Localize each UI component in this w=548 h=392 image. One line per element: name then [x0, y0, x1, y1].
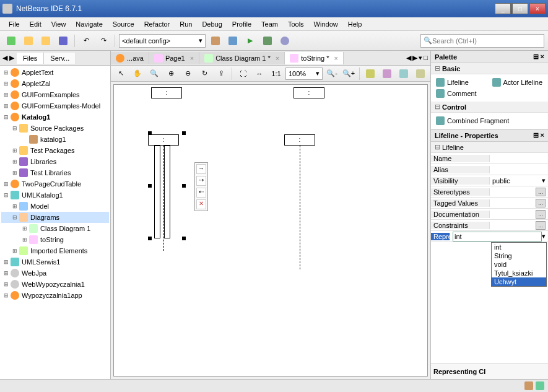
expand-icon[interactable]: ⊞: [2, 69, 10, 76]
editor-tab[interactable]: Class Diagram 1 *×: [199, 52, 285, 64]
expand-icon[interactable]: ⊟: [2, 114, 10, 120]
search-input[interactable]: [432, 37, 541, 45]
tree-node[interactable]: ⊞Wypozyczalnia1app: [1, 290, 109, 301]
zoom-in-tool[interactable]: 🔍+: [341, 66, 356, 81]
palette-group-header[interactable]: ⊟Basic: [431, 63, 548, 74]
undo-button[interactable]: ↶: [79, 33, 94, 48]
property-edit-button[interactable]: ...: [536, 188, 546, 196]
palette-group-header[interactable]: ⊟Control: [431, 102, 548, 113]
selection-handle[interactable]: [148, 237, 152, 240]
expand-icon[interactable]: ⊞: [11, 248, 19, 254]
property-row[interactable]: Documentation...: [431, 209, 548, 220]
tree-node[interactable]: ⊞toString: [1, 234, 109, 245]
palette-controls[interactable]: ⊞ ×: [533, 53, 544, 61]
zoom-in-button[interactable]: ⊕: [163, 66, 178, 81]
lifeline-head[interactable]: :: [284, 134, 315, 146]
tree-node[interactable]: ⊞Test Libraries: [1, 167, 109, 178]
lifeline-head[interactable]: :: [148, 134, 179, 146]
lifeline-header[interactable]: :: [151, 87, 182, 98]
build-button[interactable]: [208, 33, 223, 48]
expand-icon[interactable]: ⊞: [11, 159, 19, 165]
tree-node[interactable]: ⊞UMLSerwis1: [1, 256, 109, 268]
lifeline[interactable]: :: [284, 134, 315, 269]
open-button[interactable]: [38, 33, 53, 48]
lifeline-header[interactable]: :: [294, 87, 324, 98]
chevron-down-icon[interactable]: ▾: [542, 232, 546, 240]
delete-icon[interactable]: ✕: [196, 199, 206, 209]
property-row[interactable]: Representing Clas▾: [431, 231, 548, 242]
expand-icon[interactable]: ⊞: [2, 103, 10, 109]
expand-icon[interactable]: ⊞: [2, 270, 10, 276]
dropdown-option[interactable]: String: [492, 251, 546, 260]
editor-tab[interactable]: ...ava: [111, 52, 149, 64]
expand-icon[interactable]: ⊞: [2, 292, 10, 298]
expand-icon[interactable]: ⊟: [11, 214, 19, 220]
msg-async-icon[interactable]: ⇢: [196, 176, 206, 186]
expand-icon[interactable]: ⊞: [21, 225, 28, 232]
properties-controls[interactable]: ⊞ ×: [533, 131, 544, 139]
debug-button[interactable]: [260, 33, 275, 48]
property-row[interactable]: Tagged Values...: [431, 198, 548, 209]
menu-profile[interactable]: Profile: [227, 19, 256, 30]
expand-icon[interactable]: ⊟: [11, 125, 19, 131]
editor-tab[interactable]: Page1×: [149, 52, 199, 64]
layout1-button[interactable]: [363, 66, 378, 81]
menu-view[interactable]: View: [46, 19, 71, 30]
tree-node[interactable]: ⊟Katalog1: [1, 111, 109, 123]
menu-file[interactable]: File: [4, 19, 25, 30]
expand-icon[interactable]: ⊞: [11, 203, 19, 209]
tree-node[interactable]: katalog1: [1, 134, 109, 145]
dropdown-option[interactable]: int: [492, 243, 546, 251]
expand-icon[interactable]: ⊞: [2, 92, 10, 98]
fit-button[interactable]: ⛶: [235, 66, 250, 81]
select-tool[interactable]: ↖: [113, 66, 128, 81]
expand-icon[interactable]: ⊞: [11, 170, 19, 176]
tab-max[interactable]: □: [424, 54, 428, 62]
menu-tools[interactable]: Tools: [283, 19, 309, 30]
property-edit-button[interactable]: ...: [536, 210, 546, 219]
palette-item[interactable]: Combined Fragment: [433, 115, 546, 126]
tree-node[interactable]: ⊞GUIFormExamples-Model: [1, 100, 109, 111]
tree-node[interactable]: ⊞Libraries: [1, 156, 109, 167]
menu-source[interactable]: Source: [108, 19, 139, 30]
actual-size-button[interactable]: 1:1: [269, 66, 284, 81]
msg-sync-icon[interactable]: →: [196, 164, 206, 174]
zoom-tool[interactable]: 🔍: [147, 66, 162, 81]
selection-handle[interactable]: [182, 237, 186, 240]
zoom-out-tool[interactable]: 🔍-: [324, 66, 339, 81]
tree-node[interactable]: ⊞WebJpa: [1, 268, 109, 279]
property-row[interactable]: Name: [431, 153, 548, 164]
tree-node[interactable]: ⊞Model: [1, 201, 109, 212]
tree-node[interactable]: ⊟UMLKatalog1: [1, 189, 109, 201]
property-input[interactable]: [453, 232, 542, 242]
tree-node[interactable]: ⊞AppletZal: [1, 78, 109, 89]
properties-header[interactable]: Lifeline - Properties ⊞ ×: [431, 129, 548, 142]
msg-return-icon[interactable]: ⇠: [196, 188, 206, 198]
menu-navigate[interactable]: Navigate: [71, 19, 107, 30]
profile-button[interactable]: [277, 33, 292, 48]
expand-icon[interactable]: ⊟: [2, 192, 10, 198]
dropdown-option[interactable]: void: [492, 260, 546, 269]
menu-edit[interactable]: Edit: [25, 19, 46, 30]
search-box[interactable]: 🔍: [420, 34, 544, 48]
tree-node[interactable]: ⊞GUIFormExamples: [1, 89, 109, 100]
palette-item[interactable]: Actor Lifeline: [490, 77, 546, 88]
expand-icon[interactable]: ⊞: [21, 237, 28, 243]
expand-icon[interactable]: ⊞: [2, 259, 10, 265]
selection-handle[interactable]: [148, 184, 152, 188]
files-tab[interactable]: Files: [17, 53, 44, 64]
services-tab[interactable]: Serv...: [44, 53, 76, 64]
property-row[interactable]: Stereotypes...: [431, 186, 548, 198]
activation-bar[interactable]: [154, 146, 160, 238]
selection-handle[interactable]: [182, 131, 186, 135]
minimize-button[interactable]: _: [495, 3, 511, 14]
tree-node[interactable]: ⊞Class Diagram 1: [1, 223, 109, 234]
tree-node[interactable]: ⊟Diagrams: [1, 212, 109, 223]
properties-group-header[interactable]: ⊟ Lifeline: [431, 142, 548, 153]
zoom-combo[interactable]: 100% ▾: [285, 68, 323, 80]
expand-icon[interactable]: ⊞: [11, 147, 19, 154]
new-project-button[interactable]: [21, 33, 36, 48]
tab-nav-left[interactable]: ◀: [406, 54, 411, 62]
pan-tool[interactable]: ✋: [130, 66, 145, 81]
palette-item[interactable]: Comment: [433, 88, 546, 99]
